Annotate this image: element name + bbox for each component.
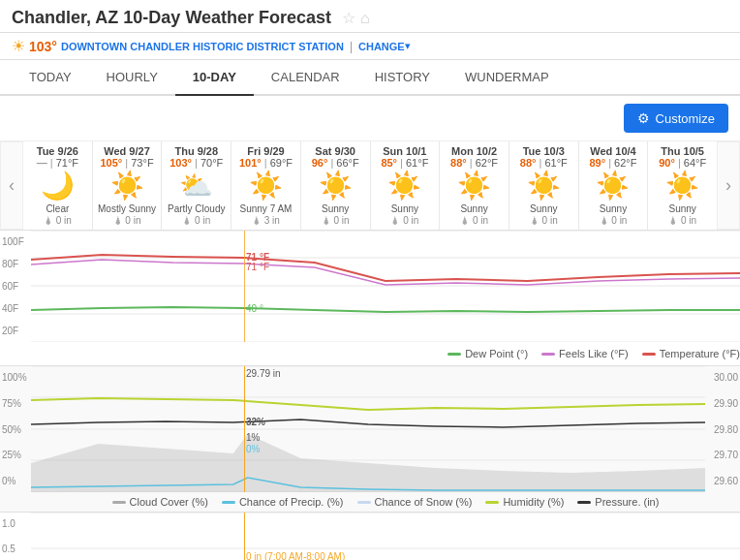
tab-today[interactable]: TODAY — [12, 60, 89, 96]
day-desc: Sunny — [650, 203, 715, 215]
day-name: Tue 10/3 — [511, 145, 576, 157]
chart1-y2: 40F — [2, 303, 29, 314]
day-high: 85° — [381, 157, 397, 169]
dewpoint-icon — [447, 353, 461, 356]
raindrop-icon: 🌢 — [390, 215, 400, 226]
day-desc: Sunny — [373, 203, 438, 215]
legend-snow: Chance of Snow (%) — [357, 496, 473, 508]
tab-wundermap[interactable]: WUNDERMAP — [447, 60, 567, 96]
legend-feelslike: Feels Like (°F) — [541, 348, 629, 359]
page-header: Chandler, AZ 10-Day Weather Forecast ☆ ⌂ — [0, 0, 740, 33]
tab-history[interactable]: HISTORY — [357, 60, 447, 96]
day-temps: 85° | 61°F — [373, 157, 438, 169]
day-temps: 89° | 62°F — [581, 157, 646, 169]
day-desc: Sunny — [442, 203, 507, 215]
chart2-y4: 75% — [2, 398, 29, 409]
pressure-label: Pressure. (in) — [595, 496, 659, 508]
day-col-1[interactable]: Wed 9/27 105° | 73°F ☀️ Mostly Sunny 🌢 0… — [93, 141, 163, 230]
day-high: 96° — [312, 157, 328, 169]
day-low: 70°F — [200, 157, 223, 169]
chart2-ry1: 29.60 — [707, 476, 738, 486]
chart2-ry2: 29.70 — [707, 450, 738, 460]
chart1-y3: 60F — [2, 281, 29, 292]
prev-arrow[interactable]: ‹ — [0, 141, 23, 230]
dewpoint-label: Dew Point (°) — [465, 348, 528, 359]
station-bar: ☀ 103° DOWNTOWN CHANDLER HISTORIC DISTRI… — [0, 33, 740, 60]
day-precip: 🌢 3 in — [233, 215, 298, 226]
tab-hourly[interactable]: HOURLY — [89, 60, 175, 96]
day-icon: ☀️ — [650, 172, 715, 200]
day-high: 90° — [659, 157, 675, 169]
accum-chart-svg — [31, 513, 740, 560]
day-col-9[interactable]: Thu 10/5 90° | 64°F ☀️ Sunny 🌢 0 in — [648, 141, 717, 230]
legend-pressure: Pressure. (in) — [577, 496, 659, 508]
day-desc: Sunny — [581, 203, 646, 215]
day-low: 73°F — [131, 157, 153, 169]
day-icon: ☀️ — [511, 172, 576, 200]
toolbar: ⚙ Customize — [0, 96, 740, 141]
raindrop-icon: 🌢 — [600, 215, 609, 226]
day-col-0[interactable]: Tue 9/26 — | 71°F 🌙 Clear 🌢 0 in — [23, 141, 93, 230]
day-name: Wed 10/4 — [581, 145, 646, 157]
next-arrow[interactable]: › — [717, 141, 740, 230]
precip-callout: 1% — [246, 432, 260, 443]
dew-callout: 40 ° — [246, 303, 263, 314]
day-low: 69°F — [270, 157, 293, 169]
legend-cloudcover: Cloud Cover (%) — [112, 496, 208, 508]
legend-humidity: Humidity (%) — [485, 496, 564, 508]
day-name: Sat 9/30 — [303, 145, 368, 157]
day-desc: Sunny — [511, 203, 576, 215]
legend-temperature: Temperature (°F) — [642, 348, 740, 359]
chart2-ry3: 29.80 — [707, 424, 738, 435]
precip-icon — [222, 501, 235, 504]
temperature-label: Temperature (°F) — [660, 348, 740, 359]
gear-icon: ⚙ — [637, 110, 650, 126]
chart1-y1: 20F — [2, 326, 29, 336]
chart3-y3: 1.0 — [2, 518, 29, 529]
tab-10day[interactable]: 10-DAY — [175, 60, 254, 96]
day-high: 101° — [239, 157, 262, 169]
chart2-y1: 0% — [2, 476, 29, 486]
day-precip: 🌢 0 in — [511, 215, 576, 226]
chart2-y2: 25% — [2, 450, 29, 460]
nav-tabs: TODAY HOURLY 10-DAY CALENDAR HISTORY WUN… — [0, 60, 740, 96]
header-icons: ☆ ⌂ — [342, 10, 369, 26]
day-desc: Sunny — [303, 203, 368, 215]
page-title: Chandler, AZ 10-Day Weather Forecast — [12, 8, 331, 27]
change-link[interactable]: CHANGE — [358, 41, 405, 52]
raindrop-icon: 🌢 — [460, 215, 470, 226]
day-col-4[interactable]: Sat 9/30 96° | 66°F ☀️ Sunny 🌢 0 in — [301, 141, 371, 230]
raindrop-icon: 🌢 — [182, 215, 192, 226]
day-col-2[interactable]: Thu 9/28 103° | 70°F ⛅ Partly Cloudy 🌢 0… — [162, 141, 231, 230]
day-temps: 88° | 62°F — [442, 157, 507, 169]
snow-label: Chance of Snow (%) — [375, 496, 473, 508]
temp-callout-2: 71 °F — [246, 262, 269, 272]
accum-callout: 0 in (7:00 AM-8:00 AM) — [246, 551, 345, 560]
day-low: 64°F — [684, 157, 706, 169]
chart1-y5: 100F — [2, 236, 29, 247]
tab-calendar[interactable]: CALENDAR — [254, 60, 357, 96]
chart2-y3: 50% — [2, 424, 29, 435]
day-temps: — | 71°F — [25, 157, 90, 169]
day-col-8[interactable]: Wed 10/4 89° | 62°F ☀️ Sunny 🌢 0 in — [579, 141, 649, 230]
precip-label: Chance of Precip. (%) — [239, 496, 344, 508]
raindrop-icon: 🌢 — [113, 215, 123, 226]
day-col-6[interactable]: Mon 10/2 88° | 62°F ☀️ Sunny 🌢 0 in — [440, 141, 509, 230]
day-temps: 96° | 66°F — [303, 157, 368, 169]
day-col-7[interactable]: Tue 10/3 88° | 61°F ☀️ Sunny 🌢 0 in — [509, 141, 579, 230]
dropdown-arrow-icon: ▾ — [405, 40, 411, 52]
customize-button[interactable]: ⚙ Customize — [624, 104, 728, 133]
raindrop-icon: 🌢 — [44, 215, 53, 226]
day-high: 88° — [520, 157, 537, 169]
day-col-5[interactable]: Sun 10/1 85° | 61°F ☀️ Sunny 🌢 0 in — [371, 141, 441, 230]
day-icon: ☀️ — [373, 172, 438, 200]
separator: | — [350, 40, 353, 53]
day-precip: 🌢 0 in — [303, 215, 368, 226]
day-col-3[interactable]: Fri 9/29 101° | 69°F ☀️ Sunny 7 AM 🌢 3 i… — [231, 141, 301, 230]
chart3-y2: 0.5 — [2, 544, 29, 554]
day-name: Fri 9/29 — [233, 145, 298, 157]
day-icon: ☀️ — [303, 172, 368, 200]
raindrop-icon: 🌢 — [668, 215, 678, 226]
legend-precip: Chance of Precip. (%) — [222, 496, 344, 508]
humidity-label: Humidity (%) — [503, 496, 564, 508]
